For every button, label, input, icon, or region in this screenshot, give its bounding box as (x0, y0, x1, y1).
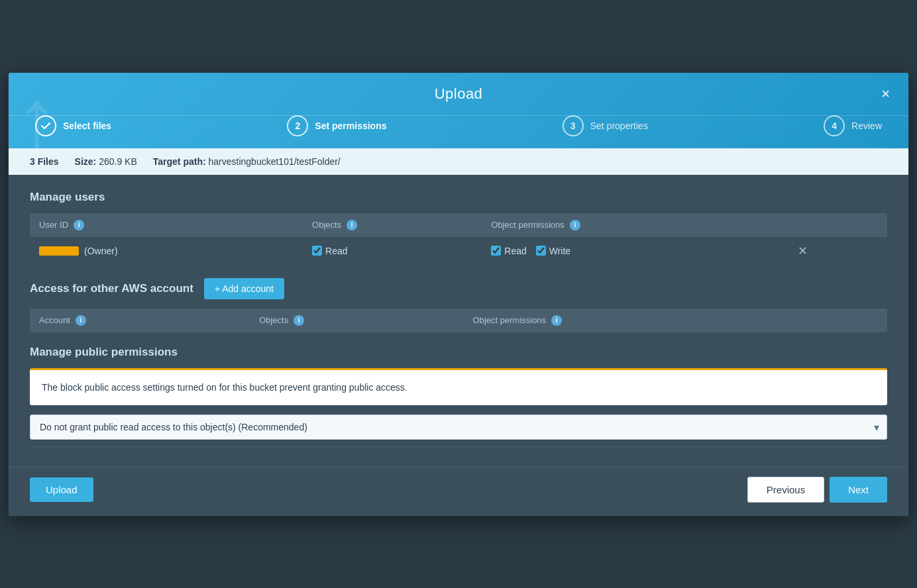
access-aws-section: Access for other AWS account + Add accou… (30, 278, 887, 332)
access-header: Access for other AWS account + Add accou… (30, 278, 887, 299)
public-access-select-wrapper: Do not grant public read access to this … (30, 415, 887, 440)
perm-read-label: Read (504, 246, 526, 256)
steps-bar: ↑ Select files 2 Set permissions 3 Set p… (9, 115, 908, 148)
target-path: Target path: harvestingbucket101/testFol… (153, 156, 341, 167)
user-id-cell: (Owner) (30, 237, 303, 265)
objects-read-checkbox[interactable] (312, 246, 322, 256)
public-warning-box: The block public access settings turned … (30, 368, 887, 405)
obj-perm-info-icon[interactable]: i (570, 220, 580, 230)
users-table: User ID i Objects i Obje (30, 213, 887, 265)
perm-read-checkbox[interactable] (491, 246, 501, 256)
close-button[interactable]: × (876, 84, 895, 104)
step-3-label: Set properties (590, 121, 648, 131)
manage-users-section: Manage users User ID i Objects (30, 191, 887, 265)
step-set-permissions[interactable]: 2 Set permissions (287, 115, 386, 136)
col-actions-2 (825, 309, 887, 332)
step-select-files[interactable]: Select files (35, 115, 111, 136)
permissions-cell: Read Write (482, 237, 784, 265)
modal-footer: Upload Previous Next (9, 467, 908, 516)
modal-header: Upload × (9, 73, 908, 115)
files-count: 3 Files (30, 156, 59, 167)
obj-perms2-info-icon[interactable]: i (551, 315, 562, 326)
user-id-info-icon[interactable]: i (74, 220, 84, 230)
step-1-circle (35, 115, 56, 136)
account-table: Account i Objects i Obje (30, 309, 887, 332)
next-button[interactable]: Next (830, 477, 887, 503)
step-4-circle: 4 (824, 115, 845, 136)
access-title: Access for other AWS account (30, 282, 193, 295)
user-id-bar (39, 246, 79, 256)
size-info: Size: 260.9 KB (75, 156, 137, 167)
warning-text: The block public access settings turned … (42, 382, 407, 393)
nav-buttons: Previous Next (747, 477, 887, 503)
row-action-cell: ✕ (784, 237, 887, 265)
col-user-id: User ID i (30, 213, 303, 237)
upload-button[interactable]: Upload (30, 477, 93, 502)
public-permissions-section: Manage public permissions The block publ… (30, 346, 887, 440)
col-actions (784, 213, 887, 237)
owner-label: (Owner) (84, 246, 118, 256)
step-set-properties[interactable]: 3 Set properties (563, 115, 648, 136)
previous-button[interactable]: Previous (747, 477, 824, 503)
col-object-permissions: Object permissions i (482, 213, 784, 237)
public-permissions-title: Manage public permissions (30, 346, 887, 359)
objects-read-label: Read (325, 246, 347, 256)
col-obj-perms-2: Object permissions i (464, 309, 825, 332)
objects-info-icon[interactable]: i (347, 220, 357, 230)
col-objects: Objects i (303, 213, 482, 237)
account-info-icon[interactable]: i (76, 315, 86, 326)
step-3-circle: 3 (563, 115, 584, 136)
step-4-label: Review (851, 121, 882, 131)
perm-write-label: Write (549, 246, 570, 256)
info-bar: 3 Files Size: 260.9 KB Target path: harv… (9, 148, 908, 175)
add-account-button[interactable]: + Add account (204, 278, 284, 299)
col-account: Account i (30, 309, 250, 332)
modal-body: Manage users User ID i Objects (9, 175, 908, 467)
step-2-circle: 2 (287, 115, 308, 136)
objects-cell: Read (303, 237, 482, 265)
manage-users-title: Manage users (30, 191, 887, 204)
col-objects-2: Objects i (250, 309, 463, 332)
step-1-label: Select files (63, 121, 111, 131)
upload-modal: Upload × ↑ Select files 2 Set permission… (8, 72, 909, 516)
public-access-select[interactable]: Do not grant public read access to this … (30, 415, 887, 440)
remove-user-button[interactable]: ✕ (794, 244, 812, 258)
step-2-label: Set permissions (315, 121, 386, 131)
divider (30, 446, 887, 447)
modal-title: Upload (435, 85, 483, 103)
objects2-info-icon[interactable]: i (294, 315, 304, 326)
step-review[interactable]: 4 Review (824, 115, 882, 136)
perm-write-checkbox[interactable] (536, 246, 546, 256)
table-row: (Owner) Read (30, 237, 887, 265)
